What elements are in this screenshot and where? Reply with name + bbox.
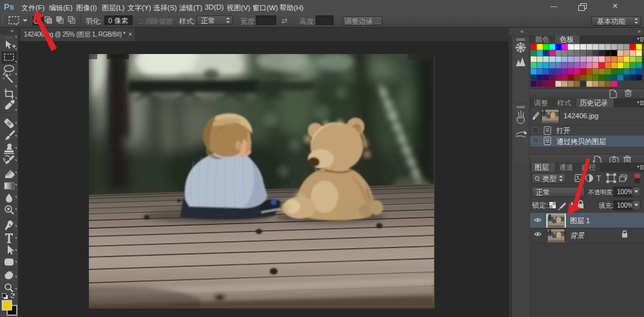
- svg-text:背景: 背景: [570, 231, 585, 239]
- svg-text:正常: 正常: [536, 188, 550, 196]
- svg-text:路径: 路径: [582, 163, 596, 171]
- svg-text:历史记录: 历史记录: [580, 99, 608, 107]
- svg-text:类型: 类型: [542, 175, 556, 183]
- svg-text:»: »: [10, 28, 14, 34]
- svg-text:打开: 打开: [556, 127, 571, 134]
- svg-text:142406.jpg: 142406.jpg: [564, 112, 598, 120]
- svg-text:样式: 样式: [557, 99, 571, 107]
- svg-text:图层 1: 图层 1: [570, 217, 590, 224]
- svg-text:色板: 色板: [560, 35, 574, 43]
- svg-text:100%: 100%: [617, 202, 634, 209]
- svg-text:锁定:: 锁定:: [531, 201, 548, 209]
- svg-text:T: T: [596, 174, 601, 183]
- svg-text:图层: 图层: [535, 163, 549, 171]
- svg-text:不透明度:: 不透明度:: [588, 188, 614, 195]
- svg-text:«: «: [520, 28, 524, 35]
- svg-text:通过拷贝的图层: 通过拷贝的图层: [556, 138, 606, 145]
- svg-text:100%: 100%: [617, 188, 634, 195]
- svg-text:»: »: [638, 28, 641, 35]
- svg-text:通道: 通道: [559, 163, 573, 171]
- svg-text:调整: 调整: [533, 99, 548, 107]
- svg-text:颜色: 颜色: [535, 35, 549, 43]
- svg-text:填充:: 填充:: [598, 202, 614, 209]
